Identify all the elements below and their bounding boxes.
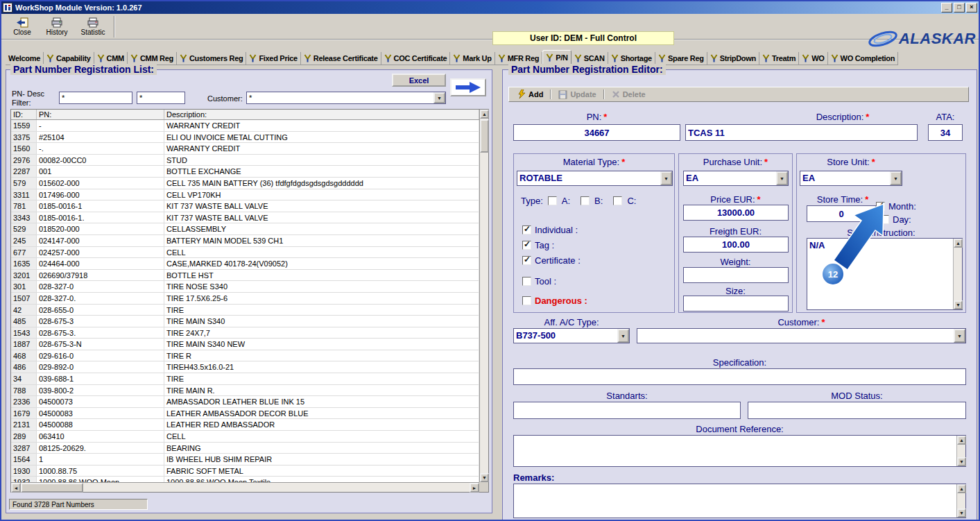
table-row[interactable]: 3201 026690/37918 BOTTLE HST xyxy=(11,270,479,282)
scroll-up-button[interactable]: ▲ xyxy=(954,239,963,248)
purchase-unit-combo[interactable]: EA ▼ xyxy=(683,171,789,186)
chevron-down-icon[interactable]: ▼ xyxy=(776,171,788,185)
vertical-scrollbar[interactable]: ▲ ▼ xyxy=(479,110,488,482)
tab[interactable]: Treatm xyxy=(759,52,799,65)
ata-input[interactable] xyxy=(928,124,963,141)
table-row[interactable]: 245 024147-000 BATTERY MAIN MODEL 539 CH… xyxy=(11,235,479,247)
table-row[interactable]: 677 024257-000 CELL xyxy=(11,247,479,259)
tab[interactable]: Customers Reg xyxy=(177,52,246,65)
tab[interactable]: WO xyxy=(799,52,827,65)
table-row[interactable]: 781 0185-0016-1 KIT 737 WASTE BALL VALVE xyxy=(11,200,479,212)
scroll-down-button[interactable]: ▼ xyxy=(954,300,963,309)
certificate-checkbox[interactable]: ✓ xyxy=(522,256,531,265)
table-row[interactable]: 1560 -. WARRANTY CREDIT xyxy=(11,143,479,155)
title-bar[interactable]: WorkShop Module Version: 1.0.267 _ □ × xyxy=(1,1,979,14)
tool-checkbox-row[interactable]: ✓ Tool : xyxy=(522,276,556,287)
tab[interactable]: Fixed Price xyxy=(246,52,300,65)
store-instruction-scrollbar[interactable]: ▲ ▼ xyxy=(953,239,962,309)
type-c-checkbox[interactable]: ✓ xyxy=(613,196,622,205)
col-header-id[interactable]: ID: xyxy=(11,110,37,119)
table-row[interactable]: 486 029-892-0 TIREH43.5x16.0-21 xyxy=(11,361,479,373)
day-checkbox-row[interactable]: ✓ Day: xyxy=(880,214,911,225)
scroll-left-button[interactable]: ◄ xyxy=(11,483,21,493)
table-row-partial[interactable]: 1932 1000.88.86 WOO Moon 1000.88.86 WOO … xyxy=(11,477,479,482)
dangerous-checkbox[interactable]: ✓ xyxy=(522,296,531,305)
table-row[interactable]: 529 018520-000 CELLASSEMBLY xyxy=(11,223,479,235)
tool-checkbox[interactable]: ✓ xyxy=(522,277,531,286)
excel-button[interactable]: Excel xyxy=(392,74,446,87)
scroll-down-button[interactable]: ▼ xyxy=(480,473,489,482)
tab[interactable]: P/N xyxy=(542,50,571,65)
tab[interactable]: StripDown xyxy=(707,52,759,65)
tab[interactable]: Mark Up xyxy=(450,52,495,65)
table-row[interactable]: 289 063410 CELL xyxy=(11,431,479,443)
close-button[interactable]: Close xyxy=(6,15,39,38)
table-row[interactable]: 1635 024464-000 CASE,MARKED 40178-24(V09… xyxy=(11,258,479,270)
month-checkbox-row[interactable]: ✓ Month: xyxy=(876,201,916,212)
minimize-button[interactable]: _ xyxy=(941,3,952,12)
table-row[interactable]: 3343 0185-0016-1. KIT 737 WASTE BALL VAL… xyxy=(11,212,479,224)
table-row[interactable]: 42 028-655-0 TIRE xyxy=(11,305,479,316)
price-eur-input[interactable] xyxy=(683,205,789,221)
statistic-button[interactable]: Statistic xyxy=(76,15,110,38)
chevron-down-icon[interactable]: ▼ xyxy=(890,171,902,185)
maximize-button[interactable]: □ xyxy=(954,3,965,12)
table-row[interactable]: 468 029-616-0 TIRE R xyxy=(11,350,479,362)
customer-combo[interactable]: ▼ xyxy=(637,328,966,343)
document-reference-scrollbar[interactable]: ▲ ▼ xyxy=(956,436,965,466)
tab[interactable]: Release Certificate xyxy=(301,52,381,65)
description-filter-input[interactable] xyxy=(137,92,185,104)
close-window-button[interactable]: × xyxy=(966,3,977,12)
tag-checkbox-row[interactable]: ✓ Tag : xyxy=(522,240,554,250)
month-checkbox[interactable]: ✓ xyxy=(876,202,885,211)
table-row[interactable]: 1559 - WARRANTY CREDIT xyxy=(11,120,479,132)
size-input[interactable] xyxy=(683,296,789,311)
col-header-pn[interactable]: PN: xyxy=(37,110,164,119)
table-row[interactable]: 3311 017496-000 CELL VP170KH xyxy=(11,189,479,201)
tab[interactable]: COC Certificate xyxy=(381,52,451,65)
delete-button[interactable]: Delete xyxy=(606,89,651,99)
remarks-scrollbar[interactable]: ▲ ▼ xyxy=(956,484,965,518)
table-row[interactable]: 485 028-675-3 TIRE MAIN S340 xyxy=(11,316,479,327)
table-row[interactable]: 34 039-688-1 TIRE xyxy=(11,373,479,385)
chevron-down-icon[interactable]: ▼ xyxy=(617,329,629,343)
table-row[interactable]: 1887 028-675-3-N TIRE MAIN S340 NEW xyxy=(11,339,479,350)
col-header-description[interactable]: Description: xyxy=(164,110,479,119)
table-row[interactable]: 788 039-800-2 TIRE MAIN R. xyxy=(11,385,479,397)
chevron-down-icon[interactable]: ▼ xyxy=(433,92,445,103)
update-button[interactable]: Update xyxy=(553,89,601,100)
go-arrow-button[interactable] xyxy=(450,78,486,96)
table-row[interactable]: 2131 04500088 LEATHER RED AMBASSADOR xyxy=(11,419,479,431)
type-a-checkbox[interactable]: ✓ xyxy=(548,196,557,205)
scroll-right-button[interactable]: ► xyxy=(470,483,479,493)
store-unit-combo[interactable]: EA ▼ xyxy=(800,171,902,186)
table-row[interactable]: 1930 1000.88.75 FABRIC SOFT METAL xyxy=(11,466,479,477)
material-type-combo[interactable]: ROTABLE ▼ xyxy=(517,171,673,186)
remarks-textarea[interactable]: ▲ ▼ xyxy=(513,484,966,518)
horizontal-scrollbar[interactable]: ◄ ► xyxy=(11,482,479,492)
table-row[interactable]: 2976 00082-00CC0 STUD xyxy=(11,155,479,166)
scroll-down-button[interactable]: ▼ xyxy=(957,509,966,518)
scroll-up-button[interactable]: ▲ xyxy=(957,436,966,445)
aff-ac-type-combo[interactable]: B737-500 ▼ xyxy=(513,328,630,343)
table-row[interactable]: 1543 028-675-3. TIRE 24X7,7 xyxy=(11,327,479,339)
table-row[interactable]: 1564 1 IB WHEEL HUB SHIM REPAIR xyxy=(11,454,479,466)
individual-checkbox[interactable]: ✓ xyxy=(522,225,531,234)
add-button[interactable]: Add xyxy=(511,89,549,100)
table-row[interactable]: 3287 08125-20629. BEARING xyxy=(11,443,479,454)
mod-status-input[interactable] xyxy=(748,402,966,419)
table-row[interactable]: 1507 028-327-0. TIRE 17.5X6.25-6 xyxy=(11,293,479,305)
table-row[interactable]: 579 015602-000 CELL 735 MAIN BATTERY (36… xyxy=(11,178,479,189)
scroll-down-button[interactable]: ▼ xyxy=(957,457,966,466)
store-time-input[interactable] xyxy=(807,205,876,222)
document-reference-textarea[interactable]: ▲ ▼ xyxy=(513,435,966,467)
table-row[interactable]: 2287 001 BOTTLE EXCHANGE xyxy=(11,166,479,178)
table-row[interactable]: 301 028-327-0 TIRE NOSE S340 xyxy=(11,281,479,293)
specification-input[interactable] xyxy=(513,368,966,385)
customer-filter-combo[interactable]: * ▼ xyxy=(246,92,446,104)
type-b-checkbox[interactable]: ✓ xyxy=(581,196,590,205)
dangerous-checkbox-row[interactable]: ✓ Dangerous : xyxy=(522,296,587,306)
table-row[interactable]: 2336 04500073 AMBASSADOR LEATHER BLUE IN… xyxy=(11,396,479,408)
day-checkbox[interactable]: ✓ xyxy=(880,215,889,224)
description-input[interactable] xyxy=(685,124,918,141)
